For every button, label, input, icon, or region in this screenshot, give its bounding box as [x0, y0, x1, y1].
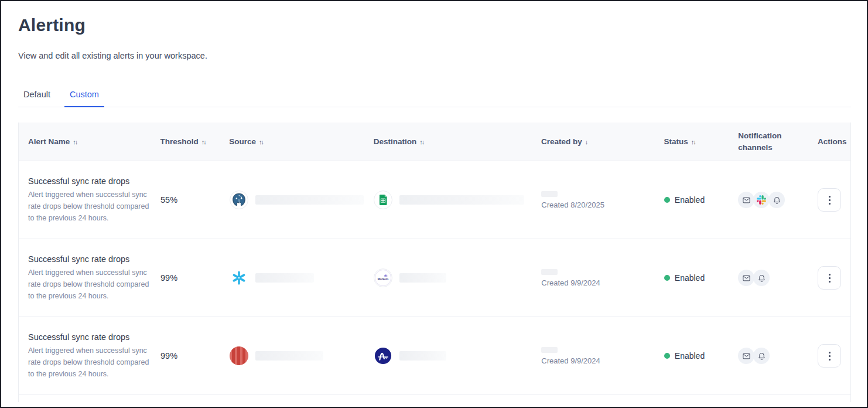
source-cell: [230, 191, 364, 209]
column-header-alert-name[interactable]: Alert Name↑↓: [19, 136, 151, 148]
column-label: Source: [229, 137, 256, 146]
status-badge: Enabled: [664, 273, 729, 283]
column-header-destination[interactable]: Destination↑↓: [364, 136, 532, 148]
created-by-cell: Created 9/9/2024: [541, 269, 654, 287]
page-title: Alerting: [18, 15, 851, 35]
slack-channel-icon: [753, 192, 770, 208]
column-label: Notification channels: [738, 131, 781, 152]
email-channel-icon: [738, 348, 754, 364]
threshold-value: 99%: [160, 273, 177, 283]
redacted-source-name: [255, 351, 323, 361]
created-date: Created 9/9/2024: [541, 278, 654, 287]
source-cell: [230, 268, 364, 287]
redacted-user-name: [541, 347, 558, 353]
threshold-value: 99%: [160, 351, 177, 361]
amplitude-icon: [374, 346, 392, 365]
column-label: Created by: [541, 137, 582, 146]
status-badge: Enabled: [664, 351, 729, 361]
marketo-label: Marketo: [378, 278, 389, 281]
redacted-source-name: [255, 195, 364, 205]
created-by-cell: Created 8/20/2025: [541, 191, 654, 209]
column-header-threshold[interactable]: Threshold↑↓: [151, 136, 220, 148]
column-header-notification-channels: Notification channels: [729, 130, 808, 154]
status-dot-icon: [664, 275, 670, 281]
status-label: Enabled: [675, 195, 705, 205]
redshift-icon: [230, 346, 248, 365]
column-label: Alert Name: [28, 137, 70, 146]
snowflake-icon: [230, 268, 248, 287]
redacted-destination-name: [399, 273, 446, 283]
tab-custom[interactable]: Custom: [64, 86, 104, 107]
notification-channels: [738, 348, 808, 364]
bell-channel-icon: [768, 192, 785, 208]
alert-name: Successful sync rate drops: [28, 254, 151, 264]
email-channel-icon: [738, 270, 754, 286]
notification-channels: [738, 270, 808, 286]
alert-name: Successful sync rate drops: [28, 332, 151, 342]
page-subtitle: View and edit all existing alerts in you…: [18, 51, 851, 60]
sort-icon: ↑↓: [419, 138, 423, 145]
google-sheets-icon: [374, 191, 392, 209]
alerts-table: Alert Name↑↓ Threshold↑↓ Source↑↓ Destin…: [18, 123, 851, 402]
status-dot-icon: [664, 197, 670, 203]
sort-icon: ↑↓: [259, 138, 263, 145]
redacted-user-name: [541, 191, 558, 197]
redacted-user-name: [541, 269, 558, 275]
destination-cell: Marketo: [374, 268, 532, 287]
threshold-value: 55%: [160, 195, 177, 205]
column-header-status[interactable]: Status↑↓: [655, 136, 729, 148]
column-label: Actions: [818, 137, 847, 146]
alert-description: Alert triggered when successful sync rat…: [28, 267, 151, 302]
alerting-page: Alerting View and edit all existing aler…: [0, 0, 868, 408]
redacted-source-name: [255, 273, 314, 283]
table-row: Successful sync rate drops Alert trigger…: [19, 239, 850, 317]
table-row: Successful sync rate drops Alert trigger…: [19, 161, 850, 239]
email-channel-icon: [738, 192, 754, 208]
redacted-destination-name: [399, 195, 524, 205]
column-label: Status: [664, 137, 688, 146]
actions-menu-button[interactable]: [818, 188, 841, 212]
sort-icon: ↑↓: [201, 138, 206, 145]
column-header-source[interactable]: Source↑↓: [220, 136, 364, 148]
bell-channel-icon: [753, 348, 770, 364]
created-date: Created 9/9/2024: [541, 356, 654, 365]
column-header-actions: Actions: [808, 136, 850, 148]
destination-cell: [374, 191, 532, 209]
marketo-icon: Marketo: [374, 268, 392, 287]
actions-menu-button[interactable]: [818, 266, 841, 290]
sort-icon: ↑↓: [73, 138, 77, 145]
redacted-destination-name: [399, 351, 446, 361]
destination-cell: [374, 346, 532, 365]
created-date: Created 8/20/2025: [541, 200, 654, 209]
bell-channel-icon: [753, 270, 770, 286]
status-badge: Enabled: [664, 195, 729, 205]
column-label: Threshold: [160, 137, 198, 146]
notification-channels: [738, 192, 808, 208]
sort-desc-icon: ↓: [585, 138, 587, 145]
column-header-created-by[interactable]: Created by↓: [532, 136, 655, 148]
tab-default[interactable]: Default: [18, 86, 56, 107]
status-label: Enabled: [675, 351, 705, 361]
actions-menu-button[interactable]: [818, 344, 841, 368]
column-label: Destination: [374, 137, 417, 146]
table-row: Successful sync rate drops Alert trigger…: [19, 317, 850, 395]
source-cell: [230, 346, 364, 365]
postgresql-icon: [230, 191, 248, 209]
tab-bar: Default Custom: [18, 86, 851, 107]
alert-name: Successful sync rate drops: [28, 176, 151, 186]
table-row-partial: [19, 395, 850, 402]
sort-icon: ↑↓: [691, 138, 695, 145]
alert-description: Alert triggered when successful sync rat…: [28, 189, 151, 224]
created-by-cell: Created 9/9/2024: [541, 347, 654, 365]
status-dot-icon: [664, 353, 670, 359]
table-header: Alert Name↑↓ Threshold↑↓ Source↑↓ Destin…: [19, 123, 850, 161]
alert-description: Alert triggered when successful sync rat…: [28, 345, 151, 380]
status-label: Enabled: [675, 273, 705, 283]
